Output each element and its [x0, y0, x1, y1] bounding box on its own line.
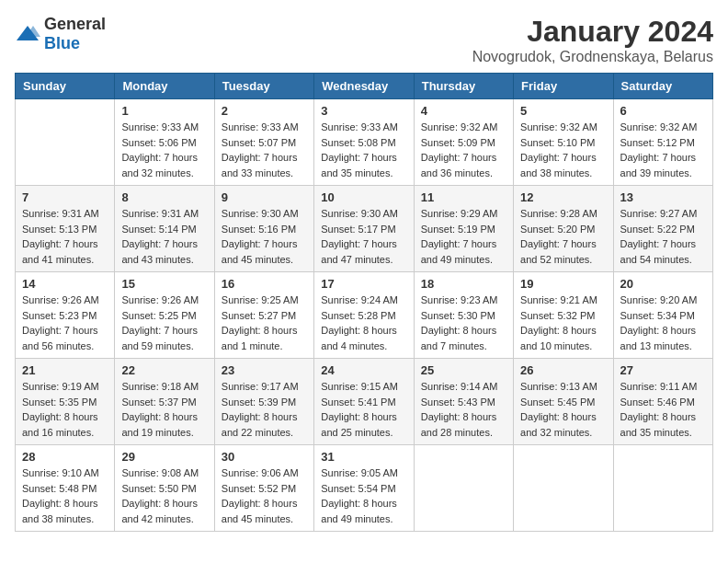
calendar-week-1: 1Sunrise: 9:33 AMSunset: 5:06 PMDaylight…	[16, 99, 713, 186]
day-info: Sunrise: 9:10 AMSunset: 5:48 PMDaylight:…	[22, 465, 108, 526]
calendar-cell	[613, 445, 712, 532]
calendar-cell: 29Sunrise: 9:08 AMSunset: 5:50 PMDayligh…	[115, 445, 214, 532]
calendar-cell: 23Sunrise: 9:17 AMSunset: 5:39 PMDayligh…	[214, 359, 313, 445]
day-number: 29	[121, 450, 207, 464]
day-number: 4	[421, 104, 506, 118]
header-cell-friday: Friday	[514, 74, 613, 99]
calendar-week-4: 21Sunrise: 9:19 AMSunset: 5:35 PMDayligh…	[16, 359, 713, 445]
calendar-cell: 6Sunrise: 9:32 AMSunset: 5:12 PMDaylight…	[613, 99, 712, 186]
title-area: January 2024 Novogrudok, Grodnenskaya, B…	[472, 15, 713, 65]
day-number: 25	[421, 363, 506, 377]
day-number: 6	[620, 104, 706, 118]
calendar-cell: 1Sunrise: 9:33 AMSunset: 5:06 PMDaylight…	[115, 99, 214, 186]
day-info: Sunrise: 9:24 AMSunset: 5:28 PMDaylight:…	[321, 293, 406, 353]
day-number: 28	[22, 450, 108, 464]
calendar-cell: 12Sunrise: 9:28 AMSunset: 5:20 PMDayligh…	[514, 186, 613, 272]
logo: General Blue	[15, 15, 106, 53]
calendar-week-2: 7Sunrise: 9:31 AMSunset: 5:13 PMDaylight…	[16, 186, 713, 272]
header-row: SundayMondayTuesdayWednesdayThursdayFrid…	[16, 74, 713, 99]
main-title: January 2024	[472, 15, 713, 49]
day-info: Sunrise: 9:19 AMSunset: 5:35 PMDaylight:…	[22, 379, 108, 440]
day-number: 18	[421, 277, 506, 291]
day-number: 31	[321, 450, 406, 464]
day-info: Sunrise: 9:17 AMSunset: 5:39 PMDaylight:…	[222, 379, 307, 440]
calendar-cell: 22Sunrise: 9:18 AMSunset: 5:37 PMDayligh…	[115, 359, 214, 445]
calendar-cell: 26Sunrise: 9:13 AMSunset: 5:45 PMDayligh…	[514, 359, 613, 445]
calendar-cell: 10Sunrise: 9:30 AMSunset: 5:17 PMDayligh…	[314, 186, 414, 272]
calendar-header: SundayMondayTuesdayWednesdayThursdayFrid…	[16, 74, 713, 99]
day-number: 13	[620, 190, 706, 204]
header-cell-wednesday: Wednesday	[314, 74, 414, 99]
day-number: 20	[620, 277, 706, 291]
day-number: 2	[222, 104, 307, 118]
day-number: 22	[121, 363, 207, 377]
logo-blue: Blue	[44, 34, 80, 52]
calendar-week-5: 28Sunrise: 9:10 AMSunset: 5:48 PMDayligh…	[16, 445, 713, 532]
day-number: 30	[222, 450, 307, 464]
day-info: Sunrise: 9:30 AMSunset: 5:17 PMDaylight:…	[321, 206, 406, 267]
calendar-table: SundayMondayTuesdayWednesdayThursdayFrid…	[15, 73, 713, 532]
logo-icon	[15, 24, 40, 44]
day-number: 26	[520, 363, 606, 377]
day-info: Sunrise: 9:18 AMSunset: 5:37 PMDaylight:…	[121, 379, 207, 440]
calendar-cell: 9Sunrise: 9:30 AMSunset: 5:16 PMDaylight…	[214, 186, 313, 272]
header-cell-monday: Monday	[115, 74, 214, 99]
calendar-cell: 27Sunrise: 9:11 AMSunset: 5:46 PMDayligh…	[613, 359, 712, 445]
day-info: Sunrise: 9:33 AMSunset: 5:08 PMDaylight:…	[321, 120, 406, 180]
calendar-cell: 5Sunrise: 9:32 AMSunset: 5:10 PMDaylight…	[514, 99, 613, 186]
calendar-cell: 30Sunrise: 9:06 AMSunset: 5:52 PMDayligh…	[214, 445, 313, 532]
calendar-cell: 11Sunrise: 9:29 AMSunset: 5:19 PMDayligh…	[414, 186, 513, 272]
day-number: 21	[22, 363, 108, 377]
day-number: 3	[321, 104, 406, 118]
day-info: Sunrise: 9:27 AMSunset: 5:22 PMDaylight:…	[620, 206, 706, 267]
day-number: 12	[520, 190, 606, 204]
day-info: Sunrise: 9:31 AMSunset: 5:13 PMDaylight:…	[22, 206, 108, 267]
day-info: Sunrise: 9:26 AMSunset: 5:25 PMDaylight:…	[121, 293, 207, 353]
header-cell-sunday: Sunday	[16, 74, 115, 99]
day-number: 10	[321, 190, 406, 204]
calendar-cell: 28Sunrise: 9:10 AMSunset: 5:48 PMDayligh…	[16, 445, 115, 532]
day-number: 15	[121, 277, 207, 291]
subtitle: Novogrudok, Grodnenskaya, Belarus	[472, 49, 713, 65]
calendar-cell: 15Sunrise: 9:26 AMSunset: 5:25 PMDayligh…	[115, 272, 214, 359]
calendar-cell	[16, 99, 115, 186]
calendar-cell: 20Sunrise: 9:20 AMSunset: 5:34 PMDayligh…	[613, 272, 712, 359]
header-cell-tuesday: Tuesday	[214, 74, 313, 99]
calendar-cell: 14Sunrise: 9:26 AMSunset: 5:23 PMDayligh…	[16, 272, 115, 359]
day-number: 17	[321, 277, 406, 291]
day-info: Sunrise: 9:33 AMSunset: 5:06 PMDaylight:…	[121, 120, 207, 180]
day-info: Sunrise: 9:30 AMSunset: 5:16 PMDaylight:…	[222, 206, 307, 267]
calendar-cell: 7Sunrise: 9:31 AMSunset: 5:13 PMDaylight…	[16, 186, 115, 272]
header: General Blue January 2024 Novogrudok, Gr…	[15, 15, 713, 65]
day-info: Sunrise: 9:15 AMSunset: 5:41 PMDaylight:…	[321, 379, 406, 440]
day-info: Sunrise: 9:05 AMSunset: 5:54 PMDaylight:…	[321, 465, 406, 526]
header-cell-saturday: Saturday	[613, 74, 712, 99]
logo-general: General	[44, 15, 106, 33]
calendar-cell: 31Sunrise: 9:05 AMSunset: 5:54 PMDayligh…	[314, 445, 414, 532]
calendar-cell: 25Sunrise: 9:14 AMSunset: 5:43 PMDayligh…	[414, 359, 513, 445]
day-info: Sunrise: 9:20 AMSunset: 5:34 PMDaylight:…	[620, 293, 706, 353]
calendar-cell: 8Sunrise: 9:31 AMSunset: 5:14 PMDaylight…	[115, 186, 214, 272]
calendar-cell	[414, 445, 513, 532]
day-info: Sunrise: 9:08 AMSunset: 5:50 PMDaylight:…	[121, 465, 207, 526]
day-number: 8	[121, 190, 207, 204]
day-info: Sunrise: 9:32 AMSunset: 5:12 PMDaylight:…	[620, 120, 706, 180]
calendar-cell: 3Sunrise: 9:33 AMSunset: 5:08 PMDaylight…	[314, 99, 414, 186]
day-number: 1	[121, 104, 207, 118]
calendar-cell: 19Sunrise: 9:21 AMSunset: 5:32 PMDayligh…	[514, 272, 613, 359]
calendar-cell: 17Sunrise: 9:24 AMSunset: 5:28 PMDayligh…	[314, 272, 414, 359]
day-info: Sunrise: 9:14 AMSunset: 5:43 PMDaylight:…	[421, 379, 506, 440]
day-info: Sunrise: 9:25 AMSunset: 5:27 PMDaylight:…	[222, 293, 307, 353]
day-number: 23	[222, 363, 307, 377]
calendar-week-3: 14Sunrise: 9:26 AMSunset: 5:23 PMDayligh…	[16, 272, 713, 359]
calendar-cell: 16Sunrise: 9:25 AMSunset: 5:27 PMDayligh…	[214, 272, 313, 359]
day-info: Sunrise: 9:13 AMSunset: 5:45 PMDaylight:…	[520, 379, 606, 440]
calendar-cell: 18Sunrise: 9:23 AMSunset: 5:30 PMDayligh…	[414, 272, 513, 359]
day-info: Sunrise: 9:33 AMSunset: 5:07 PMDaylight:…	[222, 120, 307, 180]
calendar-cell: 21Sunrise: 9:19 AMSunset: 5:35 PMDayligh…	[16, 359, 115, 445]
day-number: 11	[421, 190, 506, 204]
calendar-cell: 24Sunrise: 9:15 AMSunset: 5:41 PMDayligh…	[314, 359, 414, 445]
day-number: 24	[321, 363, 406, 377]
day-info: Sunrise: 9:23 AMSunset: 5:30 PMDaylight:…	[421, 293, 506, 353]
day-number: 5	[520, 104, 606, 118]
